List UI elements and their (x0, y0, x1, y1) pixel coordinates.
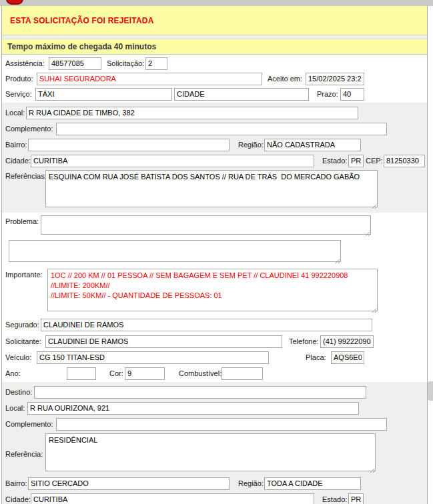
origin-referencias-label: Referências: (5, 170, 45, 180)
combustivel-input[interactable] (222, 367, 263, 380)
destination-cidade-row: Cidade: Estado: (2, 493, 427, 504)
destination-referencia-textarea[interactable]: RESIDÊNCIAL (45, 433, 376, 471)
destination-complemento-row: Complemento: (2, 417, 427, 431)
produto-input[interactable] (37, 73, 262, 85)
cor-input[interactable] (125, 367, 165, 380)
aceito-em-label: Aceito em: (268, 75, 304, 83)
destination-regiao-label: Região: (238, 479, 264, 487)
origin-cep-label: CEP: (366, 157, 384, 165)
destination-bairro-label: Bairro: (5, 479, 28, 487)
destination-local-label: Local: (5, 404, 27, 412)
servico-tipo-input[interactable] (174, 88, 309, 101)
red-status-button (6, 0, 23, 5)
veiculo-input[interactable] (37, 351, 269, 364)
telefone-label: Telefone: (289, 337, 320, 345)
veiculo-row: Veículo: Placa: (2, 351, 427, 364)
assistencia-label: Assistência: (5, 59, 49, 67)
destination-cidade-label: Cidade: (5, 495, 31, 503)
destino-label: Destino: (5, 388, 34, 396)
destination-bairro-row: Bairro: Região: (2, 477, 427, 490)
origin-cidade-label: Cidade: (5, 157, 31, 165)
importante-row: Importante: 1OC // 200 KM // 01 PESSOA /… (2, 269, 427, 314)
origin-cidade-row: Cidade: Estado: CEP: (2, 154, 427, 167)
origin-estado-label: Estado: (322, 157, 348, 165)
observacao-textarea[interactable] (9, 240, 341, 262)
servico-label: Serviço: (5, 90, 35, 98)
rejected-banner-text: ESTA SOLICITAÇÃO FOI REJEITADA (10, 16, 154, 25)
origin-local-label: Local: (5, 109, 26, 117)
cor-label: Cor: (109, 369, 125, 377)
produto-label: Produto: (5, 75, 37, 83)
origin-complemento-label: Complemento: (5, 125, 56, 133)
segurado-label: Segurado: (5, 321, 41, 329)
origin-local-input[interactable] (26, 107, 358, 119)
origin-bairro-label: Bairro: (5, 141, 28, 149)
origin-referencias-row: Referências: ESQUINA COM RUA JOSÉ BATIST… (2, 170, 427, 210)
veiculo-label: Veículo: (5, 353, 37, 361)
rejected-banner: ESTA SOLICITAÇÃO FOI REJEITADA (2, 6, 427, 35)
destination-regiao-input[interactable] (264, 477, 361, 490)
servico-input[interactable] (35, 88, 172, 101)
destination-local-input[interactable] (27, 402, 359, 415)
origin-referencias-textarea[interactable]: ESQUINA COM RUA JOSÉ BATISTA DOS SANTOS … (45, 170, 378, 207)
segurado-input[interactable] (41, 319, 372, 331)
aceito-em-input[interactable] (306, 73, 364, 85)
origin-bairro-row: Bairro: Região: (2, 138, 427, 151)
window-top-strip (0, 0, 433, 6)
origin-regiao-label: Região: (238, 141, 264, 149)
destination-referencia-label: Referência: (5, 450, 45, 458)
combustivel-label: Combustível: (179, 369, 222, 377)
ano-input[interactable] (67, 367, 96, 380)
importante-textarea[interactable]: 1OC // 200 KM // 01 PESSOA // SEM BAGAGE… (47, 269, 378, 311)
solicitante-row: Solicitante: Telefone: (2, 335, 427, 348)
destination-local-row: Local: (2, 401, 427, 415)
destination-estado-label: Estado: (322, 495, 348, 503)
ano-cor-combustivel-row: Ano: Cor: Combustível: (2, 367, 427, 380)
max-arrival-time-banner: Tempo máximo de chegada 40 minutos (2, 39, 427, 55)
origin-complemento-input[interactable] (56, 123, 387, 135)
prazo-input[interactable] (340, 88, 364, 101)
placa-input[interactable] (331, 351, 364, 364)
origin-cep-input[interactable] (384, 155, 425, 167)
destination-estado-input[interactable] (348, 493, 364, 504)
placa-label: Placa: (306, 353, 331, 361)
importante-label: Importante: (5, 269, 47, 279)
solicitante-label: Solicitante: (5, 337, 45, 345)
solicitacao-input[interactable] (145, 57, 167, 70)
prazo-label: Prazo: (317, 90, 339, 98)
servico-row: Serviço: Prazo: (2, 87, 427, 101)
assistencia-input[interactable] (49, 57, 101, 70)
origin-complemento-row: Complemento: (2, 122, 427, 135)
produto-row: Produto: Aceito em: (2, 72, 427, 85)
telefone-input[interactable] (320, 335, 374, 348)
assistance-form-panel: ESTA SOLICITAÇÃO FOI REJEITADA Tempo máx… (1, 6, 428, 504)
destination-complemento-input[interactable] (56, 418, 387, 431)
solicitacao-label: Solicitação: (107, 59, 145, 67)
origin-estado-input[interactable] (348, 155, 364, 167)
max-arrival-time-text: Tempo máximo de chegada 40 minutos (7, 42, 156, 51)
problema-textarea[interactable] (41, 215, 371, 235)
problema-row: Problema: (2, 215, 427, 237)
destination-address-section: Destino: Local: Complemento: Referência:… (2, 382, 427, 504)
ano-label: Ano: (5, 369, 67, 377)
origin-cidade-input[interactable] (31, 155, 314, 167)
destination-cidade-input[interactable] (31, 493, 314, 504)
origin-local-row: Local: (2, 106, 427, 119)
destino-input[interactable] (34, 386, 366, 399)
assistencia-row: Assistência: Solicitação: (2, 57, 427, 70)
destination-referencia-row: Referência: RESIDÊNCIAL (2, 433, 427, 474)
destination-complemento-label: Complemento: (5, 420, 56, 428)
destino-row: Destino: (2, 385, 427, 399)
origin-bairro-input[interactable] (28, 139, 230, 151)
solicitante-input[interactable] (45, 335, 282, 348)
origin-regiao-input[interactable] (264, 139, 361, 151)
problema-label: Problema: (5, 215, 41, 225)
destination-bairro-input[interactable] (28, 477, 230, 490)
observacao-row (2, 240, 427, 265)
scrollbar-thumb[interactable] (428, 381, 433, 401)
origin-address-section: Local: Complemento: Bairro: Região: Cida… (2, 103, 427, 213)
segurado-row: Segurado: (2, 318, 427, 331)
